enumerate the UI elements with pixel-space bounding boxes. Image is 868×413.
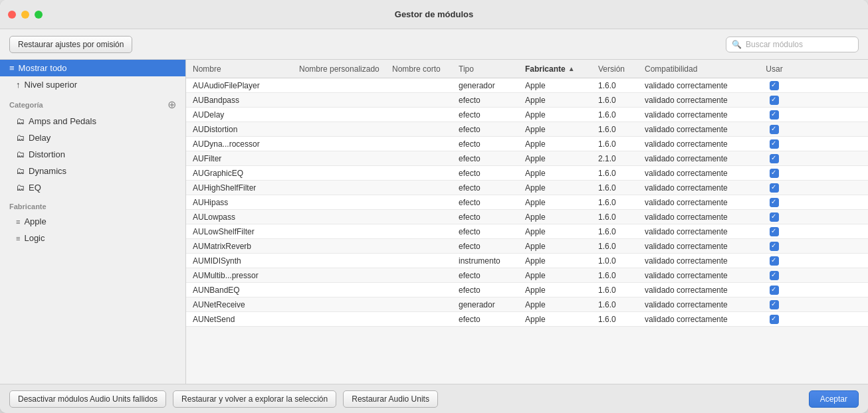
- cell-usar[interactable]: [758, 110, 791, 120]
- sidebar-item-manufacturer[interactable]: ≡Logic: [0, 230, 185, 246]
- col-header-usar[interactable]: Usar: [758, 64, 791, 74]
- cell-usar[interactable]: [758, 256, 791, 266]
- use-checkbox[interactable]: [770, 139, 779, 149]
- table-row[interactable]: AUGraphicEQ efecto Apple 1.6.0 validado …: [186, 166, 868, 181]
- use-checkbox[interactable]: [770, 242, 779, 251]
- table-row[interactable]: AUMatrixReverb efecto Apple 1.6.0 valida…: [186, 239, 868, 254]
- table-row[interactable]: AULowpass efecto Apple 1.6.0 validado co…: [186, 210, 868, 224]
- restore-audio-units-button[interactable]: Restaurar Audio Units: [343, 390, 438, 408]
- use-checkbox[interactable]: [770, 81, 779, 90]
- use-checkbox[interactable]: [770, 227, 779, 236]
- cell-version: 1.6.0: [598, 110, 645, 120]
- cell-usar[interactable]: [758, 212, 791, 222]
- add-category-button[interactable]: ⊕: [167, 100, 176, 110]
- table-row[interactable]: AUNBandEQ efecto Apple 1.6.0 validado co…: [186, 283, 868, 297]
- cell-tipo: efecto: [459, 110, 525, 120]
- cell-usar[interactable]: [758, 271, 791, 280]
- table-row[interactable]: AUDelay efecto Apple 1.6.0 validado corr…: [186, 108, 868, 122]
- table-row[interactable]: AUNetReceive generador Apple 1.6.0 valid…: [186, 297, 868, 312]
- sidebar-item-category[interactable]: 🗂EQ: [0, 179, 185, 196]
- cell-tipo: efecto: [459, 198, 525, 207]
- table-row[interactable]: AUDistortion efecto Apple 1.6.0 validado…: [186, 122, 868, 137]
- cell-compatibilidad: validado correctamente: [645, 154, 758, 163]
- use-checkbox[interactable]: [770, 183, 779, 193]
- cell-usar[interactable]: [758, 169, 791, 178]
- use-checkbox[interactable]: [770, 154, 779, 163]
- minimize-button[interactable]: [21, 11, 29, 19]
- accept-button[interactable]: Aceptar: [809, 390, 859, 408]
- cell-nombre: AUHipass: [193, 198, 299, 207]
- maximize-button[interactable]: [35, 11, 43, 19]
- cell-tipo: generador: [459, 300, 525, 309]
- use-checkbox[interactable]: [770, 198, 779, 207]
- cell-nombre: AUNetSend: [193, 315, 299, 324]
- cell-usar[interactable]: [758, 300, 791, 309]
- cell-tipo: efecto: [459, 183, 525, 193]
- use-checkbox[interactable]: [770, 212, 779, 222]
- sidebar-item-category[interactable]: 🗂Delay: [0, 129, 185, 146]
- use-checkbox[interactable]: [770, 271, 779, 280]
- sidebar-item-top-level-label: Nivel superior: [25, 80, 77, 90]
- deactivate-failed-button[interactable]: Desactivar módulos Audio Units fallidos: [9, 390, 166, 408]
- col-header-nombre-corto[interactable]: Nombre corto: [392, 64, 459, 74]
- table-row[interactable]: AUNetSend efecto Apple 1.6.0 validado co…: [186, 312, 868, 327]
- cell-compatibilidad: validado correctamente: [645, 169, 758, 178]
- sidebar-item-manufacturer[interactable]: ≡Apple: [0, 213, 185, 230]
- sidebar-item-show-all-label: Mostrar todo: [19, 63, 67, 73]
- use-checkbox[interactable]: [770, 125, 779, 134]
- use-checkbox[interactable]: [770, 256, 779, 266]
- col-header-fabricante[interactable]: Fabricante ▲: [525, 64, 598, 74]
- sidebar-item-category[interactable]: 🗂Distortion: [0, 146, 185, 163]
- cell-usar[interactable]: [758, 183, 791, 193]
- close-button[interactable]: [8, 11, 16, 19]
- table-row[interactable]: AUHipass efecto Apple 1.6.0 validado cor…: [186, 195, 868, 210]
- use-checkbox[interactable]: [770, 169, 779, 178]
- sidebar-item-show-all[interactable]: ≡ Mostrar todo: [0, 60, 185, 76]
- up-arrow-icon: ↑: [16, 80, 21, 90]
- table-row[interactable]: AUMIDISynth instrumento Apple 1.0.0 vali…: [186, 254, 868, 268]
- table-row[interactable]: AUFilter efecto Apple 2.1.0 validado cor…: [186, 151, 868, 166]
- table-row[interactable]: AUAudioFilePlayer generador Apple 1.6.0 …: [186, 78, 868, 93]
- col-header-compatibilidad[interactable]: Compatibilidad: [645, 64, 758, 74]
- cell-version: 1.6.0: [598, 300, 645, 309]
- use-checkbox[interactable]: [770, 96, 779, 105]
- use-checkbox[interactable]: [770, 110, 779, 120]
- search-input[interactable]: [746, 40, 852, 49]
- table-row[interactable]: AUHighShelfFilter efecto Apple 1.6.0 val…: [186, 181, 868, 195]
- cell-fabricante: Apple: [525, 242, 598, 251]
- col-header-nombre-personalizado[interactable]: Nombre personalizado: [299, 64, 392, 74]
- cell-usar[interactable]: [758, 227, 791, 236]
- restore-defaults-button[interactable]: Restaurar ajustes por omisión: [9, 36, 132, 53]
- sidebar-item-label: Logic: [24, 233, 45, 243]
- cell-version: 1.6.0: [598, 286, 645, 295]
- sidebar-item-category[interactable]: 🗂Dynamics: [0, 163, 185, 179]
- use-checkbox[interactable]: [770, 286, 779, 295]
- cell-usar[interactable]: [758, 125, 791, 134]
- col-header-tipo[interactable]: Tipo: [459, 64, 525, 74]
- cell-usar[interactable]: [758, 139, 791, 149]
- col-header-version[interactable]: Versión: [598, 64, 645, 74]
- folder-icon: 🗂: [16, 183, 25, 193]
- cell-usar[interactable]: [758, 315, 791, 324]
- col-header-nombre[interactable]: Nombre: [193, 64, 299, 74]
- cell-fabricante: Apple: [525, 96, 598, 105]
- sidebar-item-top-level[interactable]: ↑ Nivel superior: [0, 76, 185, 93]
- cell-nombre: AULowpass: [193, 212, 299, 222]
- sidebar-item-category[interactable]: 🗂Amps and Pedals: [0, 113, 185, 129]
- manufacturer-list: ≡Apple≡Logic: [0, 213, 185, 246]
- cell-usar[interactable]: [758, 96, 791, 105]
- table-row[interactable]: AUMultib...pressor efecto Apple 1.6.0 va…: [186, 268, 868, 283]
- cell-tipo: efecto: [459, 212, 525, 222]
- cell-usar[interactable]: [758, 154, 791, 163]
- table-row[interactable]: AUDyna...rocessor efecto Apple 1.6.0 val…: [186, 137, 868, 151]
- use-checkbox[interactable]: [770, 315, 779, 324]
- table-row[interactable]: AULowShelfFilter efecto Apple 1.6.0 vali…: [186, 224, 868, 239]
- cell-usar[interactable]: [758, 81, 791, 90]
- cell-usar[interactable]: [758, 198, 791, 207]
- cell-usar[interactable]: [758, 242, 791, 251]
- cell-fabricante: Apple: [525, 300, 598, 309]
- use-checkbox[interactable]: [770, 300, 779, 309]
- restore-rescan-button[interactable]: Restaurar y volver a explorar la selecci…: [173, 390, 336, 408]
- table-row[interactable]: AUBandpass efecto Apple 1.6.0 validado c…: [186, 93, 868, 108]
- cell-usar[interactable]: [758, 286, 791, 295]
